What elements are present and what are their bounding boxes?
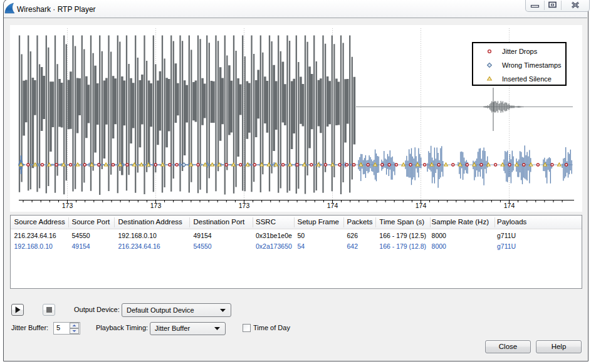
svg-text:174: 174 [327, 202, 338, 209]
svg-text:173: 173 [150, 202, 162, 209]
svg-text:173: 173 [62, 202, 73, 209]
svg-text:174: 174 [504, 202, 515, 209]
svg-text:174: 174 [416, 202, 427, 209]
svg-text:173: 173 [239, 202, 250, 209]
